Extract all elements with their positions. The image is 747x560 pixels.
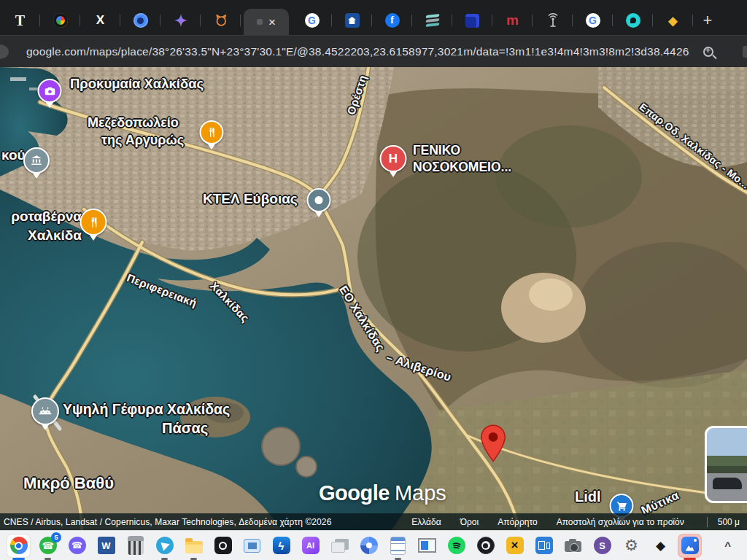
place-label-bridge[interactable]: Υψηλή Γέφυρα Χαλκίδας (63, 401, 230, 418)
place-label-hospital-line1[interactable]: ΓΕΝΙΚΟ (413, 143, 460, 158)
taskbar-notepad[interactable] (387, 534, 409, 557)
taskbar-phone-link[interactable] (533, 534, 555, 557)
blue-aperture-icon (133, 13, 148, 28)
place-label-taverna-line1[interactable]: ροταβέρνα (0, 209, 82, 225)
taskbar-chrome[interactable] (7, 534, 30, 557)
house-search-icon (345, 13, 360, 28)
transit-dot-icon (307, 188, 331, 212)
museum-icon (23, 147, 50, 174)
active-tab[interactable]: × (244, 9, 289, 35)
telegram-icon (156, 537, 174, 554)
google-g-icon-2: G (586, 13, 600, 28)
tab-close-icon[interactable]: × (268, 16, 276, 28)
image-editor-icon (681, 537, 699, 554)
attribution-terms-link[interactable]: Όροι (460, 517, 479, 527)
edge-partial-icon (743, 46, 747, 58)
taskbar-telegram[interactable] (153, 534, 176, 557)
pinned-tab-m[interactable]: m (492, 6, 533, 35)
pinned-tab-house-search[interactable] (332, 6, 372, 35)
place-label-kou-partial[interactable]: κού (1, 147, 26, 163)
taskbar-ai-app[interactable]: AI (299, 534, 322, 557)
taskbar-snipping-tool[interactable] (241, 534, 263, 557)
pinned-tab-letter-t[interactable]: T (0, 6, 40, 35)
poi-pin-ktel-station[interactable] (307, 188, 331, 217)
pinned-tab-blue-square[interactable] (452, 6, 492, 35)
pinwheel-icon (360, 537, 378, 554)
attribution-region-link[interactable]: Ελλάδα (411, 517, 441, 527)
place-label-hospital-line2[interactable]: ΝΟΣΟΚΟΜΕΙΟ... (413, 160, 511, 175)
google-g-icon: G (305, 13, 320, 28)
taskbar-dark-ring-app[interactable] (212, 534, 234, 557)
taskbar-image-editor[interactable] (678, 534, 701, 557)
site-info-icon[interactable] (0, 44, 9, 59)
taskbar-overflow-chevron[interactable]: ^ (724, 540, 731, 552)
taskbar-photos-stack[interactable] (328, 534, 351, 557)
new-tab-button[interactable]: + (693, 6, 722, 35)
taskbar-viber[interactable]: ☎ (66, 534, 88, 557)
destination-marker[interactable] (480, 424, 506, 462)
camera-icon (38, 79, 62, 103)
lightning-icon: ϟ (273, 537, 290, 554)
street-view-thumbnail[interactable] (705, 426, 747, 503)
map-scale-label[interactable]: 500 μ (707, 517, 740, 527)
pinned-tab-waves[interactable] (412, 6, 452, 35)
crossed-tools-icon: × (506, 537, 524, 554)
place-label-mezedopoleio-line2[interactable]: της Αργυρώς (101, 133, 184, 148)
attribution-feedback-link[interactable]: Αποστολή σχολίων για το προϊόν (557, 517, 684, 527)
pinned-tab-binance[interactable]: ◆ (653, 6, 693, 35)
hospital-h-icon: H (380, 145, 407, 172)
place-label-lidl[interactable]: Lidl (575, 489, 601, 505)
taskbar-obs[interactable] (474, 534, 497, 557)
map-viewport[interactable]: Ορέστη Επαρ.Οδ. Χαλκίδας - Μο... Περιφερ… (0, 67, 747, 530)
waves-icon (426, 15, 439, 26)
browser-address-bar[interactable]: google.com/maps/place/38°26'33.5"N+23°37… (0, 35, 747, 67)
pinned-tab-google-2[interactable]: G (573, 6, 613, 35)
poi-pin-hospital[interactable]: H (380, 145, 407, 177)
taskbar-lightning-app[interactable]: ϟ (270, 534, 293, 557)
taskbar-word[interactable]: W (95, 534, 117, 557)
taskbar-yellow-tool[interactable]: × (503, 534, 526, 557)
taskbar-whatsapp[interactable]: ☎ 5 (36, 534, 59, 557)
place-label-ktel[interactable]: ΚΤΕΛ Εύβοιας (203, 191, 298, 207)
taskbar-file-explorer[interactable] (182, 534, 205, 557)
poi-pin-photo-spot[interactable] (38, 79, 62, 108)
taskbar-camera-app[interactable] (562, 534, 584, 557)
pinned-tab-gemini[interactable] (160, 6, 201, 35)
pinned-tab-antenna[interactable] (533, 6, 573, 35)
place-label-taverna-line2[interactable]: Χαλκίδα (0, 228, 82, 244)
pinned-tab-photos[interactable] (40, 6, 80, 35)
pinned-tab-google[interactable]: G (292, 6, 332, 35)
taskbar-inkscape[interactable]: ◆ (649, 534, 672, 557)
ai-icon: AI (302, 537, 320, 554)
pinned-tab-cat[interactable] (201, 6, 241, 35)
attribution-privacy-link[interactable]: Απόρρητο (498, 517, 538, 527)
pinned-tab-aperture[interactable] (120, 6, 160, 35)
place-label-pasas[interactable]: Πάσας (162, 420, 208, 437)
taskbar-window-app[interactable] (416, 534, 438, 557)
folder-icon (185, 541, 203, 553)
poi-pin-restaurant-argyros[interactable] (200, 120, 224, 149)
taskbar-calculator[interactable] (124, 534, 147, 557)
place-label-prokymaia[interactable]: Προκυμαία Χαλκίδας (70, 76, 204, 92)
pinned-tab-x[interactable]: X (80, 6, 120, 35)
antenna-icon (546, 13, 560, 28)
pinned-tab-facebook[interactable]: f (372, 6, 412, 35)
taskbar-settings[interactable]: ⚙ (620, 534, 643, 557)
taskbar-purple-s-app[interactable]: S (591, 534, 614, 557)
poi-pin-museum[interactable] (23, 147, 50, 179)
poi-pin-high-bridge[interactable] (31, 397, 59, 430)
zoom-magnifier-icon[interactable] (703, 47, 713, 57)
taskbar-pinwheel-app[interactable] (357, 534, 380, 557)
spotify-icon (448, 537, 465, 554)
whatsapp-badge: 5 (51, 532, 61, 542)
photos-stack-icon (331, 539, 349, 553)
place-label-mikro-vathy[interactable]: Μικρό Βαθύ (23, 474, 114, 493)
gear-icon: ⚙ (624, 537, 638, 554)
url-text[interactable]: google.com/maps/place/38°26'33.5"N+23°37… (26, 45, 690, 58)
poi-pin-restaurant-taverna[interactable] (80, 209, 107, 241)
blank-favicon (257, 19, 263, 25)
place-label-mezedopoleio-line1[interactable]: Μεζεδοπωλείο (88, 115, 179, 131)
pinned-tab-cyan[interactable] (613, 6, 653, 35)
facebook-icon: f (385, 13, 400, 28)
taskbar-spotify[interactable] (445, 534, 468, 557)
